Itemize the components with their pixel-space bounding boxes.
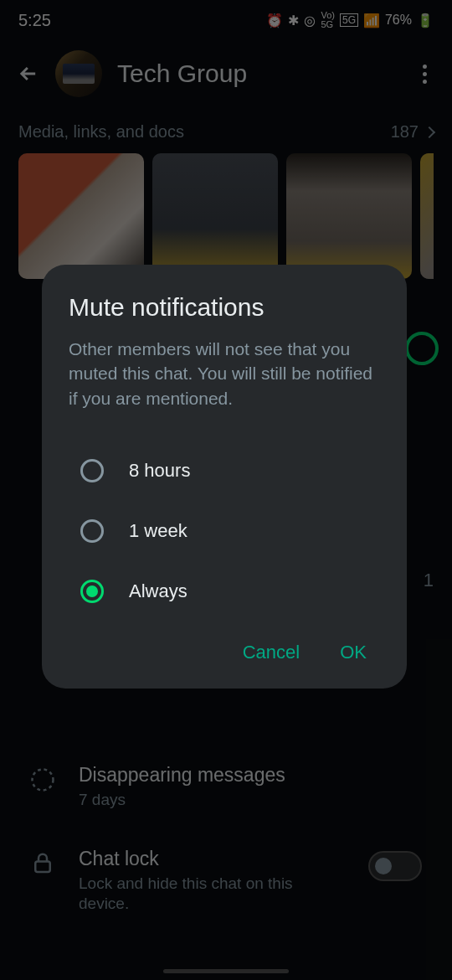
radio-icon	[80, 459, 104, 482]
radio-icon-selected	[80, 580, 104, 603]
cancel-button[interactable]: Cancel	[243, 642, 300, 663]
ok-button[interactable]: OK	[340, 642, 367, 663]
mute-option-1week[interactable]: 1 week	[69, 501, 380, 561]
option-label: Always	[129, 580, 187, 602]
dialog-title: Mute notifications	[69, 293, 380, 322]
dialog-actions: Cancel OK	[69, 622, 380, 670]
mute-option-always[interactable]: Always	[69, 561, 380, 622]
option-label: 8 hours	[129, 460, 190, 482]
option-label: 1 week	[129, 520, 187, 542]
radio-icon	[80, 519, 104, 543]
mute-option-8hours[interactable]: 8 hours	[69, 441, 380, 501]
dialog-description: Other members will not see that you mute…	[69, 337, 380, 410]
mute-dialog: Mute notifications Other members will no…	[42, 265, 407, 689]
